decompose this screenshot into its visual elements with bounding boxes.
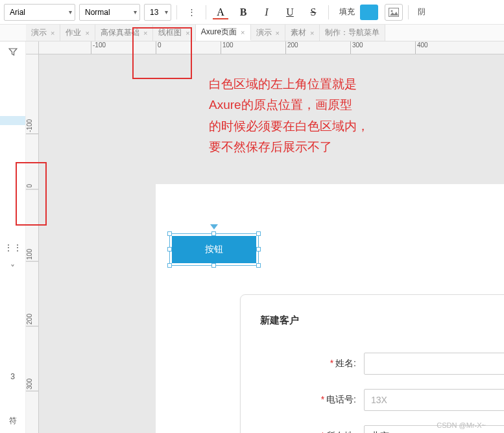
ruler-tick: 0 bbox=[156, 41, 162, 54]
font-color-icon[interactable]: A bbox=[211, 4, 230, 21]
resize-handle[interactable] bbox=[256, 247, 261, 252]
ruler-corner bbox=[26, 41, 39, 54]
bold-button[interactable]: B bbox=[234, 4, 253, 21]
close-icon[interactable]: × bbox=[276, 29, 280, 37]
tab-nav-menu[interactable]: 制作：导航菜单 bbox=[320, 25, 385, 41]
page-tabs: 演示× 作业× 高保真基础× 线框图× Axure页面× 演示× 素材× 制作：… bbox=[0, 25, 504, 41]
sidebar-number: 3 bbox=[0, 372, 25, 381]
name-input[interactable] bbox=[364, 353, 504, 375]
selected-button-widget[interactable]: 按钮 bbox=[172, 236, 256, 263]
underline-button[interactable]: U bbox=[280, 4, 300, 21]
ruler-tick: 0 bbox=[26, 184, 38, 190]
font-weight-value: Normal bbox=[85, 8, 110, 17]
tab-wireframe[interactable]: 线框图× bbox=[153, 25, 195, 41]
resize-handle[interactable] bbox=[256, 263, 261, 268]
close-icon[interactable]: × bbox=[85, 29, 89, 37]
font-family-select[interactable]: Arial bbox=[4, 4, 75, 21]
ruler-tick: -100 bbox=[26, 119, 38, 134]
resize-handle[interactable] bbox=[211, 231, 216, 236]
horizontal-ruler: -100 0 100 200 300 400 bbox=[39, 41, 504, 54]
more-options-icon[interactable]: ⋮ bbox=[182, 4, 200, 21]
form-panel: 新建客户 *姓名: *电话号: *所在地: bbox=[240, 294, 504, 433]
ruler-tick: 200 bbox=[26, 314, 38, 327]
font-family-value: Arial bbox=[10, 8, 25, 17]
selection-outline bbox=[169, 233, 259, 266]
resize-handle[interactable] bbox=[167, 247, 172, 252]
shadow-label-truncated: 阴 bbox=[418, 6, 426, 18]
chevron-down-icon[interactable]: ˅ bbox=[0, 258, 25, 279]
font-weight-select[interactable]: Normal bbox=[79, 4, 140, 21]
toolbar-separator bbox=[176, 5, 177, 19]
toolbar-separator bbox=[408, 5, 409, 19]
sidebar-char: 符 bbox=[0, 415, 25, 427]
close-icon[interactable]: × bbox=[241, 29, 245, 36]
close-icon[interactable]: × bbox=[143, 29, 147, 37]
tab-axure-page[interactable]: Axure页面× bbox=[196, 25, 251, 41]
toolbar-separator bbox=[206, 5, 206, 19]
font-size-value: 13 bbox=[150, 8, 158, 17]
tab-demo-2[interactable]: 演示× bbox=[251, 25, 285, 41]
resize-handle[interactable] bbox=[211, 263, 216, 268]
tab-demo-1[interactable]: 演示× bbox=[26, 25, 60, 41]
ruler-tick: 200 bbox=[285, 41, 298, 54]
fill-color-swatch[interactable] bbox=[360, 5, 378, 20]
filter-icon[interactable] bbox=[0, 41, 25, 62]
tab-hifi[interactable]: 高保真基础× bbox=[95, 25, 153, 41]
close-icon[interactable]: × bbox=[310, 29, 314, 37]
tab-assets[interactable]: 素材× bbox=[285, 25, 320, 41]
close-icon[interactable]: × bbox=[51, 29, 54, 37]
sidebar-highlight bbox=[0, 116, 25, 125]
name-label: *姓名: bbox=[260, 358, 364, 369]
tab-homework[interactable]: 作业× bbox=[60, 25, 95, 41]
strikethrough-button[interactable]: S bbox=[304, 4, 323, 21]
drag-handle-icon[interactable]: ⋮⋮ bbox=[0, 237, 25, 258]
left-sidebar: ⋮⋮ ˅ 3 符 bbox=[0, 41, 26, 433]
svg-point-1 bbox=[391, 10, 393, 12]
location-label: *所在地: bbox=[260, 430, 364, 433]
ruler-tick: 100 bbox=[221, 41, 234, 54]
font-size-select[interactable]: 13 bbox=[144, 4, 171, 21]
fill-label: 填充 bbox=[339, 6, 355, 18]
watermark: CSDN @Mr-X~ bbox=[437, 421, 486, 429]
italic-button[interactable]: I bbox=[257, 4, 276, 21]
resize-handle[interactable] bbox=[167, 231, 172, 236]
formatting-toolbar: Arial Normal 13 ⋮ A B I U S 填充 阴 bbox=[0, 0, 504, 25]
ruler-tick: 300 bbox=[26, 379, 38, 392]
ruler-tick: 300 bbox=[350, 41, 363, 54]
ruler-tick: -100 bbox=[91, 41, 106, 54]
image-fill-icon[interactable] bbox=[385, 4, 403, 21]
vertical-ruler: -100 0 100 200 300 bbox=[26, 54, 39, 433]
phone-input[interactable] bbox=[364, 389, 504, 411]
connection-indicator-icon bbox=[210, 224, 218, 229]
form-title: 新建客户 bbox=[260, 314, 504, 327]
toolbar-separator bbox=[328, 5, 329, 19]
resize-handle[interactable] bbox=[256, 231, 261, 236]
workspace: -100 0 100 200 300 400 -100 0 100 200 30… bbox=[26, 41, 504, 433]
ruler-tick: 100 bbox=[26, 249, 38, 262]
phone-label: *电话号: bbox=[260, 394, 364, 406]
canvas[interactable]: 按钮 新建客户 *姓名: *电话号: bbox=[39, 54, 504, 433]
close-icon[interactable]: × bbox=[186, 29, 189, 37]
form-row-phone: *电话号: bbox=[260, 389, 504, 411]
form-row-name: *姓名: bbox=[260, 353, 504, 375]
ruler-tick: 400 bbox=[415, 41, 428, 54]
resize-handle[interactable] bbox=[167, 263, 172, 268]
